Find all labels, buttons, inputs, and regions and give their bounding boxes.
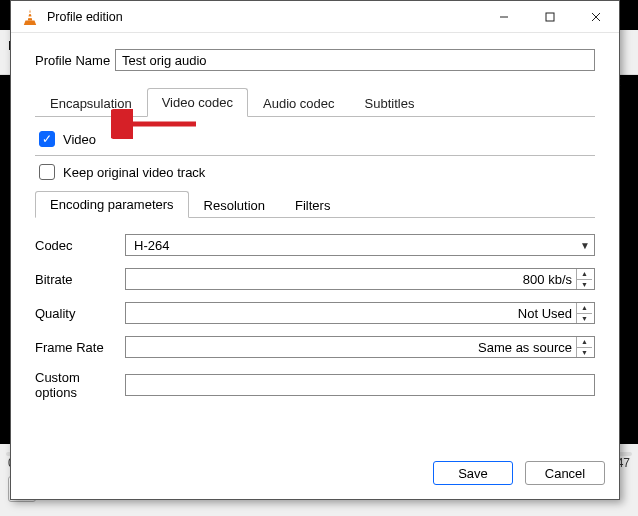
quality-value: Not Used xyxy=(134,306,576,321)
subtab-filters[interactable]: Filters xyxy=(280,192,345,218)
custom-options-label: Custom options xyxy=(35,370,125,400)
subtab-encoding[interactable]: Encoding parameters xyxy=(35,191,189,218)
minimize-button[interactable] xyxy=(481,1,527,32)
custom-options-input[interactable] xyxy=(125,374,595,396)
profile-name-input[interactable] xyxy=(115,49,595,71)
svg-rect-2 xyxy=(28,12,32,14)
video-checkbox[interactable] xyxy=(39,131,55,147)
svg-marker-1 xyxy=(28,9,33,20)
framerate-input[interactable]: Same as source ▲▼ xyxy=(125,336,595,358)
close-button[interactable] xyxy=(573,1,619,32)
quality-input[interactable]: Not Used ▲▼ xyxy=(125,302,595,324)
main-tabs: Encapsulation Video codec Audio codec Su… xyxy=(35,87,595,116)
svg-rect-3 xyxy=(27,16,32,18)
dialog-footer: Save Cancel xyxy=(11,451,619,499)
save-button[interactable]: Save xyxy=(433,461,513,485)
tab-encapsulation[interactable]: Encapsulation xyxy=(35,89,147,117)
bitrate-value: 800 kb/s xyxy=(134,272,576,287)
subtab-resolution[interactable]: Resolution xyxy=(189,192,280,218)
svg-rect-6 xyxy=(546,13,554,21)
codec-value: H-264 xyxy=(134,238,169,253)
quality-spinner[interactable]: ▲▼ xyxy=(576,303,592,323)
cancel-button[interactable]: Cancel xyxy=(525,461,605,485)
bitrate-input[interactable]: 800 kb/s ▲▼ xyxy=(125,268,595,290)
maximize-button[interactable] xyxy=(527,1,573,32)
framerate-value: Same as source xyxy=(134,340,576,355)
bitrate-spinner[interactable]: ▲▼ xyxy=(576,269,592,289)
codec-label: Codec xyxy=(35,238,125,253)
profile-name-label: Profile Name xyxy=(35,53,115,68)
video-checkbox-label: Video xyxy=(63,132,96,147)
sub-tabs: Encoding parameters Resolution Filters xyxy=(35,190,595,217)
framerate-spinner[interactable]: ▲▼ xyxy=(576,337,592,357)
svg-marker-4 xyxy=(24,20,36,25)
quality-label: Quality xyxy=(35,306,125,321)
vlc-cone-icon xyxy=(21,8,39,26)
dialog-title: Profile edition xyxy=(47,10,481,24)
bitrate-label: Bitrate xyxy=(35,272,125,287)
keep-original-label: Keep original video track xyxy=(63,165,205,180)
tab-subtitles[interactable]: Subtitles xyxy=(350,89,430,117)
tab-video-codec[interactable]: Video codec xyxy=(147,88,248,117)
framerate-label: Frame Rate xyxy=(35,340,125,355)
codec-select[interactable]: H-264 ▼ xyxy=(125,234,595,256)
titlebar: Profile edition xyxy=(11,1,619,33)
tab-audio-codec[interactable]: Audio codec xyxy=(248,89,350,117)
keep-original-checkbox[interactable] xyxy=(39,164,55,180)
chevron-down-icon: ▼ xyxy=(580,240,590,251)
profile-edition-dialog: Profile edition Profile Name Encapsulati… xyxy=(10,0,620,500)
